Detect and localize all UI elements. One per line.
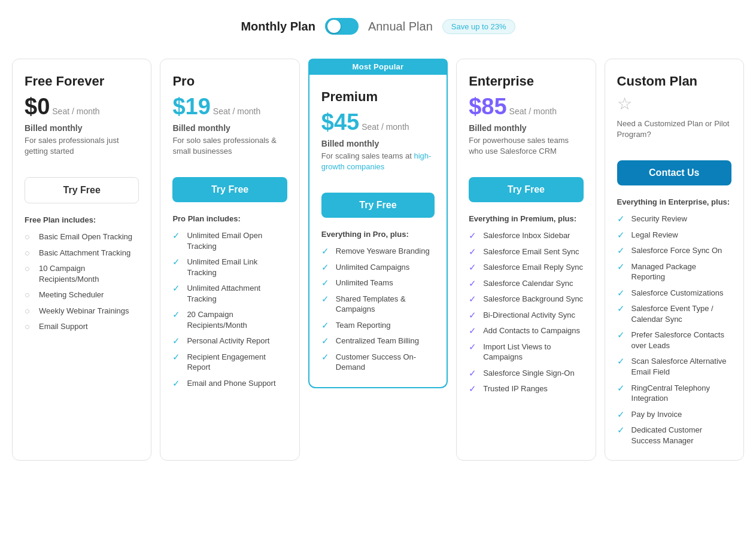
feature-text: Prefer Salesforce Contacts over Leads (631, 330, 731, 351)
check-icon: ✓ (172, 310, 182, 319)
features-heading-free: Free Plan includes: (25, 215, 139, 224)
list-item: ✓Salesforce Email Reply Sync (469, 262, 583, 273)
feature-text: Customer Success On-Demand (336, 352, 435, 373)
check-icon: ✓ (617, 425, 627, 435)
toggle-switch[interactable] (325, 18, 359, 35)
list-item: ✓Recipient Engagement Report (172, 352, 287, 373)
plan-button-free[interactable]: Try Free (25, 177, 139, 203)
plan-desc-free: For sales professionals just getting sta… (25, 135, 139, 165)
circle-icon: ○ (25, 248, 34, 258)
feature-text: Salesforce Customizations (631, 288, 724, 299)
toggle-thumb (327, 20, 341, 33)
plan-desc-pro: For solo sales professionals & small bus… (172, 135, 287, 165)
list-item: ✓Salesforce Force Sync On (617, 245, 731, 256)
check-purple-icon: ✓ (469, 247, 478, 257)
check-icon: ✓ (321, 352, 331, 362)
features-heading-premium: Everything in Pro, plus: (321, 230, 435, 239)
check-icon: ✓ (172, 257, 182, 267)
plan-name-premium: Premium (321, 89, 435, 105)
plan-billing-pro: Billed monthly (172, 123, 287, 133)
list-item: ✓Pay by Invoice (617, 409, 731, 420)
feature-text: 20 Campaign Recipients/Month (187, 309, 287, 330)
list-item: ✓Email and Phone Support (172, 378, 287, 389)
check-icon: ✓ (617, 230, 627, 240)
plan-button-enterprise[interactable]: Try Free (469, 177, 583, 202)
feature-list-enterprise: ✓Salesforce Inbox Sidebar✓Salesforce Ema… (469, 230, 583, 394)
feature-list-premium: ✓Remove Yesware Branding✓Unlimited Campa… (321, 246, 435, 373)
list-item: ✓Prefer Salesforce Contacts over Leads (617, 330, 731, 351)
circle-icon: ○ (25, 306, 34, 316)
check-purple-icon: ✓ (469, 326, 478, 336)
list-item: ✓Personal Activity Report (172, 336, 287, 346)
check-purple-icon: ✓ (469, 369, 478, 378)
plan-price-unit-pro: Seat / month (213, 106, 260, 116)
feature-text: Managed Package Reporting (631, 261, 731, 282)
list-item: ✓Salesforce Event Type / Calendar Sync (617, 303, 731, 324)
feature-text: Personal Activity Report (187, 336, 269, 346)
list-item: ✓Import List Views to Campaigns (469, 342, 583, 363)
plan-price-premium: $45 (321, 109, 359, 135)
list-item: ✓Salesforce Inbox Sidebar (469, 230, 583, 241)
plans-grid: Free Forever$0Seat / monthBilled monthly… (12, 59, 744, 461)
check-purple-icon: ✓ (469, 384, 478, 394)
circle-icon: ○ (25, 232, 34, 242)
plan-name-free: Free Forever (25, 74, 139, 89)
feature-text: Dedicated Customer Success Manager (631, 425, 731, 446)
feature-text: Salesforce Inbox Sidebar (483, 230, 570, 241)
plan-button-pro[interactable]: Try Free (172, 177, 287, 202)
check-icon: ✓ (617, 410, 627, 419)
plan-button-premium[interactable]: Try Free (321, 193, 435, 218)
feature-text: Shared Templates & Campaigns (336, 294, 435, 315)
feature-text: Salesforce Calendar Sync (483, 278, 573, 289)
check-icon: ✓ (617, 214, 627, 224)
feature-text: Unlimited Email Open Tracking (187, 230, 287, 251)
check-icon: ✓ (617, 304, 627, 313)
plan-price-row-free: $0Seat / month (25, 94, 139, 120)
check-icon: ✓ (617, 330, 627, 340)
check-icon: ✓ (321, 294, 331, 304)
plan-desc-custom: Need a Customized Plan or Pilot Program? (617, 118, 731, 148)
feature-text: Centralized Team Billing (336, 336, 419, 346)
list-item: ○Email Support (25, 321, 139, 332)
plan-toggle-area: Monthly Plan Annual Plan Save up to 23% (12, 12, 744, 35)
feature-text: Unlimited Attachment Tracking (187, 283, 287, 304)
feature-text: Salesforce Event Type / Calendar Sync (631, 303, 731, 324)
feature-text: Unlimited Email Link Tracking (187, 257, 287, 278)
list-item: ✓Salesforce Background Sync (469, 294, 583, 305)
list-item: ✓Centralized Team Billing (321, 336, 435, 346)
feature-text: Meeting Scheduler (39, 290, 104, 300)
check-icon: ✓ (321, 246, 331, 256)
list-item: ○Weekly Webinar Trainings (25, 306, 139, 316)
plan-card-premium: Premium$45Seat / monthBilled monthlyFor … (308, 75, 448, 388)
list-item: ✓Unlimited Attachment Tracking (172, 283, 287, 304)
plan-billing-enterprise: Billed monthly (469, 123, 583, 133)
feature-text: Trusted IP Ranges (483, 383, 548, 394)
plan-button-custom[interactable]: Contact Us (617, 160, 731, 185)
list-item: ✓Managed Package Reporting (617, 261, 731, 282)
list-item: ✓Unlimited Campaigns (321, 262, 435, 273)
feature-text: Import List Views to Campaigns (483, 342, 583, 363)
plan-price-row-enterprise: $85Seat / month (469, 94, 583, 120)
list-item: ✓Team Reporting (321, 320, 435, 331)
feature-text: Salesforce Single Sign-On (483, 368, 574, 379)
check-icon: ✓ (172, 379, 182, 388)
check-icon: ✓ (617, 383, 627, 393)
list-item: ✓Customer Success On-Demand (321, 352, 435, 373)
plan-price-unit-free: Seat / month (52, 106, 99, 116)
monthly-label: Monthly Plan (241, 20, 315, 34)
check-icon: ✓ (321, 336, 331, 346)
plan-desc-premium: For scaling sales teams at high-growth c… (321, 151, 435, 181)
plan-billing-free: Billed monthly (25, 123, 139, 133)
plan-price-free: $0 (25, 94, 50, 120)
feature-text: Pay by Invoice (631, 409, 682, 420)
list-item: ✓Salesforce Calendar Sync (469, 278, 583, 289)
feature-text: RingCentral Telephony Integration (631, 383, 731, 404)
most-popular-badge: Most Popular (308, 59, 448, 75)
list-item: ✓Legal Review (617, 230, 731, 240)
feature-list-custom: ✓Security Review✓Legal Review✓Salesforce… (617, 214, 731, 446)
plan-name-enterprise: Enterprise (469, 74, 583, 89)
feature-text: Email and Phone Support (187, 378, 275, 389)
list-item: ✓Salesforce Customizations (617, 288, 731, 299)
check-icon: ✓ (617, 262, 627, 272)
feature-text: 10 Campaign Recipients/Month (39, 263, 139, 284)
